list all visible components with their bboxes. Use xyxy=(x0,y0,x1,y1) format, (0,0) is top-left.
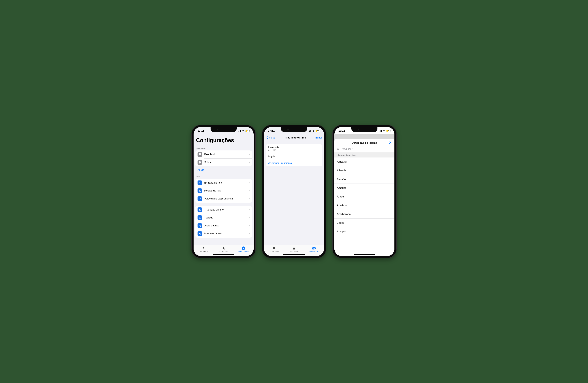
send-icon xyxy=(198,231,202,236)
search-placeholder: Pesquisar xyxy=(341,148,353,151)
row-sobre-label: Sobre xyxy=(204,161,247,164)
wifi-icon xyxy=(312,129,315,132)
row-apps-label: Apps padrão xyxy=(204,224,247,227)
phone-frame-1: 17:11 28 Configurações SUPORTE xyxy=(191,125,256,258)
star-icon xyxy=(222,246,225,250)
back-label: Voltar xyxy=(269,136,275,139)
cellular-signal-icon xyxy=(238,130,241,132)
svg-rect-1 xyxy=(199,217,201,219)
home-indicator[interactable] xyxy=(283,254,305,255)
status-time: 17:11 xyxy=(268,129,274,132)
home-indicator[interactable] xyxy=(213,254,234,255)
chevron-right-icon: › xyxy=(249,208,250,212)
row-velocidade-label: Velocidade da pronúncia xyxy=(204,197,247,200)
tab-home-label: Página inicial xyxy=(269,250,279,252)
chevron-right-icon: › xyxy=(249,232,250,236)
tab-settings-label: Configurações xyxy=(309,250,319,252)
row-feedback[interactable]: Feedback › xyxy=(195,150,252,158)
chevron-right-icon: › xyxy=(249,153,250,157)
row-informar-falhas[interactable]: Informar falhas › xyxy=(195,230,252,238)
language-row[interactable]: Basco xyxy=(335,219,395,227)
row-lang-ingles[interactable]: Inglês xyxy=(266,153,322,160)
tab-saved[interactable]: Itens salvos xyxy=(214,246,233,252)
x-icon xyxy=(389,141,392,144)
tab-settings[interactable]: Configurações xyxy=(234,246,253,252)
row-teclado[interactable]: Teclado › xyxy=(195,214,252,222)
notch xyxy=(210,127,237,132)
notch xyxy=(351,127,378,132)
globe-icon xyxy=(198,188,202,193)
nav-title: Tradução off-line xyxy=(285,136,306,139)
cellular-signal-icon xyxy=(379,130,382,132)
row-apps-padrao[interactable]: Apps padrão › xyxy=(195,222,252,230)
home-icon xyxy=(272,246,276,250)
language-row[interactable]: Azerbaijano xyxy=(335,210,395,219)
battery-icon: 28 xyxy=(316,130,320,132)
tab-settings[interactable]: Configurações xyxy=(304,246,324,252)
row-lang-label: Inglês xyxy=(268,155,320,158)
page-title: Configurações xyxy=(196,137,251,144)
language-row[interactable]: Albanês xyxy=(335,166,395,175)
home-indicator[interactable] xyxy=(354,254,375,255)
tab-saved-label: Itens salvos xyxy=(219,250,228,252)
sheet-header: Download de idioma xyxy=(335,139,395,147)
chevron-right-icon: › xyxy=(249,181,250,185)
tab-home[interactable]: Página inicial xyxy=(264,246,284,252)
chevron-right-icon: › xyxy=(249,160,250,164)
close-button[interactable] xyxy=(389,141,392,145)
group-misc: Tradução off-line › Teclado › xyxy=(195,206,252,238)
row-traducao-label: Tradução off-line xyxy=(204,208,247,211)
search-input[interactable]: Pesquisar xyxy=(335,147,395,153)
chevron-right-icon: › xyxy=(249,197,250,201)
svg-point-2 xyxy=(337,148,339,150)
language-row[interactable]: Africâner xyxy=(335,158,395,166)
home-icon xyxy=(202,246,205,250)
tab-saved[interactable]: Itens salvos xyxy=(284,246,304,252)
info-icon xyxy=(198,160,202,165)
row-informar-label: Informar falhas xyxy=(204,232,247,235)
row-lang-size: 81,1 MB xyxy=(268,149,320,152)
language-row[interactable]: Bengali xyxy=(335,227,395,236)
group-suporte: Feedback › Sobre › xyxy=(195,150,252,166)
row-traducao-offline[interactable]: Tradução off-line › xyxy=(195,206,252,214)
language-list[interactable]: AfricânerAlbanêsAlemãoAmáricoÁrabeArmêni… xyxy=(335,158,395,256)
tab-settings-label: Configurações xyxy=(238,250,249,252)
gear-icon xyxy=(242,246,246,250)
phone-frame-3: 17:11 28 Download de idioma xyxy=(332,125,397,258)
language-row[interactable]: Amárico xyxy=(335,184,395,192)
row-entrada-fala[interactable]: Entrada de fala › xyxy=(195,179,252,187)
chevron-right-icon: › xyxy=(249,216,250,220)
row-velocidade[interactable]: Velocidade da pronúncia › xyxy=(195,195,252,203)
chevron-right-icon: › xyxy=(249,224,250,228)
available-languages-header: Idiomas disponíveis xyxy=(335,153,395,158)
row-sobre[interactable]: Sobre › xyxy=(195,158,252,166)
section-header-suporte: SUPORTE xyxy=(193,145,253,150)
cellular-signal-icon xyxy=(309,130,311,132)
mic-icon xyxy=(198,180,202,185)
feedback-icon xyxy=(198,152,202,157)
edit-button[interactable]: Editar xyxy=(315,136,322,139)
language-row[interactable]: Alemão xyxy=(335,175,395,184)
gear-icon xyxy=(312,246,316,250)
wifi-icon xyxy=(383,129,385,132)
back-button[interactable]: Voltar xyxy=(266,136,275,139)
battery-icon: 28 xyxy=(386,130,390,132)
language-row[interactable]: Árabe xyxy=(335,192,395,201)
link-ajuda[interactable]: Ajuda xyxy=(193,166,253,174)
row-lang-holandes[interactable]: Holandês 81,1 MB xyxy=(266,144,322,153)
keyboard-icon xyxy=(198,215,202,220)
language-row[interactable]: Armênio xyxy=(335,201,395,210)
row-add-language[interactable]: Adicionar um idioma xyxy=(266,160,322,166)
wifi-icon xyxy=(242,129,244,132)
status-time: 17:11 xyxy=(198,129,204,132)
star-icon xyxy=(292,246,296,250)
row-lang-label: Holandês xyxy=(268,146,320,149)
tab-home[interactable]: Página inicial xyxy=(194,246,213,252)
notch xyxy=(281,127,307,132)
phone-frame-2: 17:11 28 Voltar Tradução off-line Editar xyxy=(262,125,326,258)
offline-languages-list: Holandês 81,1 MB Inglês Adicionar um idi… xyxy=(266,144,322,166)
chevron-right-icon: › xyxy=(249,189,250,193)
section-header-voz: VOZ xyxy=(193,174,253,179)
search-icon xyxy=(337,148,340,150)
row-regiao-fala[interactable]: Região da fala › xyxy=(195,187,252,195)
